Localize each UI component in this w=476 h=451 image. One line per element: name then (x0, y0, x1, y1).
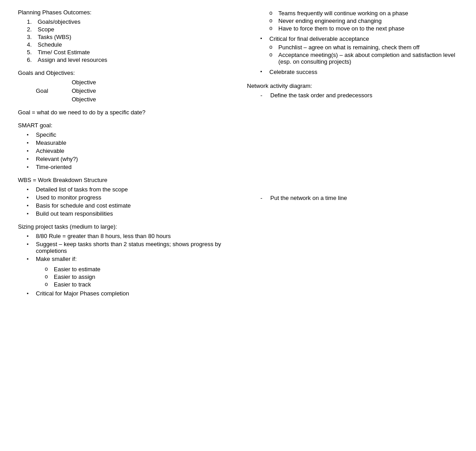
sub-bullet-o: o (45, 266, 51, 272)
final-deliverable-list: oPunchlist – agree on what is remaining,… (247, 44, 458, 65)
goals-row: Objective (36, 96, 229, 103)
wbs-list: ▪Detailed list of tasks from the scope▪U… (18, 186, 229, 217)
sizing-item-text: Make smaller if: (36, 256, 77, 262)
wbs-section: WBS = Work Breakdown Structure ▪Detailed… (18, 177, 229, 217)
smart-item: ▪Relevant (why?) (18, 156, 229, 162)
goal-label (36, 79, 63, 86)
right-column: oTeams frequently will continue working … (238, 9, 458, 303)
goals-row: Objective (36, 79, 229, 86)
top-sub-bullet-item: oHave to force them to move on to the ne… (247, 25, 458, 32)
goal-label (36, 96, 63, 103)
planning-item-text: Goals/objectives (38, 18, 80, 25)
sizing-sub-item: oEasier to estimate (27, 266, 100, 273)
wbs-item: ▪Build out team responsibilities (18, 210, 229, 217)
sizing-sub-item: oEasier to assign (27, 273, 100, 280)
bullet-icon: ▪ (27, 203, 33, 208)
bullet-icon: ▪ (27, 148, 33, 153)
planning-item-text: Scope (38, 26, 54, 33)
sizing-title: Sizing project tasks (medium to large): (18, 223, 229, 230)
network-title: Network activity diagram: (247, 82, 458, 89)
wbs-item-text: Basis for schedule and cost estimate (36, 202, 131, 209)
celebrate-text: Celebrate success (269, 69, 317, 75)
sizing-item-text: 8/80 Rule = greater than 8 hours, less t… (36, 233, 171, 239)
smart-item: ▪Specific (18, 131, 229, 138)
planning-item: 5.Time/ Cost Estimate (27, 49, 229, 56)
sizing-item-text: Suggest – keep tasks shorts than 2 statu… (36, 241, 229, 254)
network-dash-item: -Put the network on a time line (247, 195, 458, 201)
planning-item-num: 1. (27, 18, 34, 25)
goal-question: Goal = what do we need to do by a specif… (18, 109, 229, 116)
smart-item: ▪Measurable (18, 139, 229, 146)
bullet-icon: ▪ (27, 291, 33, 297)
planning-item-text: Tasks (WBS) (38, 34, 71, 40)
sub-o-icon: o (269, 25, 275, 31)
celebrate-bullet: ▪ (260, 69, 267, 74)
left-column: Planning Phases Outcomes: 1.Goals/object… (18, 9, 238, 303)
bullet-icon: ▪ (27, 186, 33, 192)
smart-item: ▪Achievable (18, 147, 229, 154)
goal-question-section: Goal = what do we need to do by a specif… (18, 109, 229, 116)
sub-o-icon: o (269, 17, 275, 24)
sizing-item-text: Critical for Major Phases completion (36, 290, 129, 297)
final-deliverable-title: Critical for final deliverable acceptanc… (269, 35, 369, 42)
top-sub-bullet-item: oNever ending engineering and changing (247, 17, 458, 24)
sizing-item: ▪Make smaller if:oEasier to estimateoEas… (18, 256, 229, 289)
wbs-item: ▪Detailed list of tasks from the scope (18, 186, 229, 193)
final-deliverable-item-text: Punchlist – agree on what is remaining, … (278, 44, 420, 51)
planning-item-num: 4. (27, 41, 34, 48)
network-diagram-space (247, 105, 458, 195)
sizing-item: ▪8/80 Rule = greater than 8 hours, less … (18, 233, 229, 239)
sizing-item: ▪Critical for Major Phases completion (18, 290, 229, 297)
sizing-list: ▪8/80 Rule = greater than 8 hours, less … (18, 233, 229, 297)
sub-o-icon: o (269, 52, 275, 58)
goals-section: Goals and Objectives: ObjectiveGoalObjec… (18, 69, 229, 103)
objective-label: Objective (72, 87, 108, 94)
smart-list: ▪Specific▪Measurable▪Achievable▪Relevant… (18, 131, 229, 170)
objective-label: Objective (72, 96, 108, 103)
dash-icon: - (260, 92, 266, 99)
wbs-title: WBS = Work Breakdown Structure (18, 177, 229, 183)
smart-item-text: Measurable (36, 139, 66, 146)
bullet-icon: ▪ (27, 233, 33, 239)
network-item-text: Define the task order and predecessors (270, 92, 372, 99)
sizing-section: Sizing project tasks (medium to large): … (18, 223, 229, 297)
sizing-sub-item: oEasier to track (27, 281, 100, 288)
sizing-sub-text: Easier to track (54, 281, 91, 288)
planning-item: 6.Assign and level resources (27, 56, 229, 63)
bullet-icon: ▪ (27, 211, 33, 216)
objective-label: Objective (72, 79, 108, 86)
sizing-sub-text: Easier to assign (54, 273, 95, 280)
bullet-icon: ▪ (27, 164, 33, 169)
smart-item-text: Time-oriented (36, 164, 72, 170)
final-bullet-icon: ▪ (260, 35, 267, 41)
smart-item-text: Specific (36, 131, 56, 138)
wbs-item-text: Detailed list of tasks from the scope (36, 186, 128, 193)
top-sub-text: Have to force them to move on to the nex… (278, 25, 404, 32)
top-sub-text: Never ending engineering and changing (278, 17, 382, 24)
final-deliverable-section: ▪ Critical for final deliverable accepta… (247, 35, 458, 65)
planning-title: Planning Phases Outcomes: (18, 9, 229, 16)
planning-item-num: 3. (27, 34, 34, 40)
final-deliverable-item: oPunchlist – agree on what is remaining,… (247, 44, 458, 51)
bullet-icon: ▪ (27, 195, 33, 200)
planning-list: 1.Goals/objectives2.Scope3.Tasks (WBS)4.… (18, 18, 229, 63)
sub-o-icon: o (269, 44, 275, 50)
network-dash-list: -Put the network on a time line (247, 195, 458, 201)
top-sub-bullet-item: oTeams frequently will continue working … (247, 10, 458, 17)
network-item: -Define the task order and predecessors (247, 92, 458, 99)
sub-bullet-o: o (45, 273, 51, 280)
sizing-sub-text: Easier to estimate (54, 266, 100, 273)
goal-label: Goal (36, 87, 63, 94)
planning-item-text: Assign and level resources (38, 56, 107, 63)
smart-section: SMART goal: ▪Specific▪Measurable▪Achieva… (18, 122, 229, 170)
sub-o-icon: o (269, 10, 275, 16)
top-sub-bullets: oTeams frequently will continue working … (247, 10, 458, 32)
planning-item: 4.Schedule (27, 41, 229, 48)
dash-icon: - (260, 195, 266, 201)
sub-bullet-o: o (45, 281, 51, 287)
bullet-icon: ▪ (27, 156, 33, 161)
planning-item: 1.Goals/objectives (27, 18, 229, 25)
goals-title: Goals and Objectives: (18, 69, 229, 76)
planning-item-text: Time/ Cost Estimate (38, 49, 90, 56)
bullet-icon: ▪ (27, 256, 33, 262)
